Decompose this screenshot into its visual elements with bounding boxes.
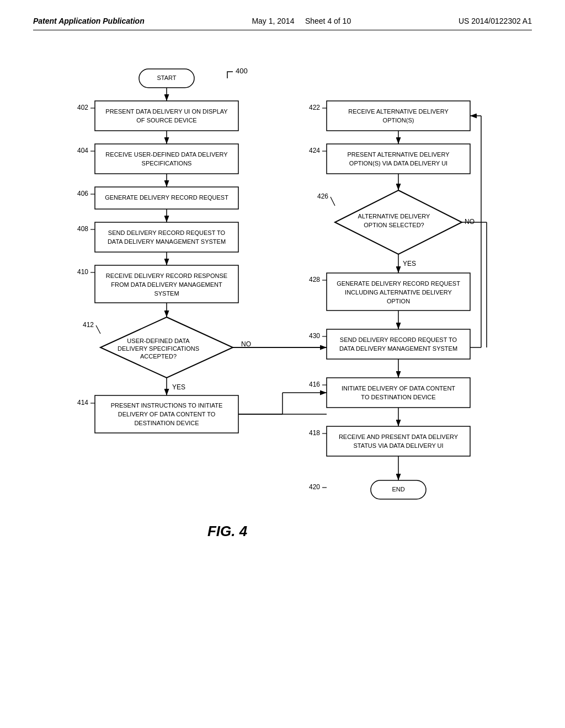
svg-text:SEND DELIVERY RECORD REQUEST T: SEND DELIVERY RECORD REQUEST TO: [108, 229, 226, 236]
svg-text:402: 402: [77, 104, 88, 111]
svg-text:OPTION SELECTED?: OPTION SELECTED?: [364, 222, 424, 228]
svg-rect-54: [327, 144, 470, 174]
date-sheet: May 1, 2014 Sheet 4 of 10: [252, 17, 351, 25]
svg-text:END: END: [392, 486, 404, 493]
publication-label: Patent Application Publication: [33, 17, 145, 25]
svg-text:ACCEPTED?: ACCEPTED?: [140, 353, 177, 360]
svg-text:430: 430: [309, 332, 320, 340]
svg-text:412: 412: [83, 321, 94, 329]
svg-text:424: 424: [309, 147, 320, 154]
svg-text:416: 416: [309, 381, 320, 388]
svg-text:YES: YES: [403, 260, 416, 267]
sheet: Sheet 4 of 10: [305, 17, 351, 25]
date: May 1, 2014: [252, 17, 294, 25]
svg-text:FROM DATA DELIVERY MANAGEMENT: FROM DATA DELIVERY MANAGEMENT: [111, 281, 222, 288]
svg-text:USER-DEFINED DATA: USER-DEFINED DATA: [127, 338, 190, 344]
svg-text:DELIVERY OF DATA CONTENT TO: DELIVERY OF DATA CONTENT TO: [118, 411, 216, 417]
svg-text:SEND DELIVERY RECORD REQUEST T: SEND DELIVERY RECORD REQUEST TO: [340, 336, 457, 343]
svg-text:SYSTEM: SYSTEM: [154, 290, 179, 297]
svg-text:406: 406: [77, 190, 88, 197]
svg-text:404: 404: [77, 147, 88, 154]
flowchart-svg: START 400 PRESENT DATA DELIVERY UI ON DI…: [45, 52, 520, 659]
svg-text:INITIATE DELIVERY OF DATA CONT: INITIATE DELIVERY OF DATA CONTENT: [342, 385, 455, 392]
svg-text:YES: YES: [172, 383, 185, 391]
diagram-area: START 400 PRESENT DATA DELIVERY UI ON DI…: [45, 52, 520, 661]
svg-text:418: 418: [309, 429, 320, 437]
svg-text:RECEIVE DELIVERY RECORD RESPON: RECEIVE DELIVERY RECORD RESPONSE: [106, 272, 227, 279]
svg-text:DATA DELIVERY MANAGEMENT SYSTE: DATA DELIVERY MANAGEMENT SYSTEM: [339, 345, 457, 352]
svg-text:START: START: [157, 74, 176, 81]
svg-text:GENERATE DELIVERY RECORD REQUE: GENERATE DELIVERY RECORD REQUEST: [337, 280, 460, 287]
svg-rect-10: [95, 144, 238, 174]
svg-text:414: 414: [77, 399, 88, 406]
svg-text:GENERATE DELIVERY RECORD REQUE: GENERATE DELIVERY RECORD REQUEST: [105, 194, 228, 201]
svg-text:410: 410: [77, 268, 88, 276]
svg-text:FIG. 4: FIG. 4: [207, 523, 248, 539]
svg-rect-5: [95, 101, 238, 131]
svg-text:RECEIVE AND PRESENT DATA DELIV: RECEIVE AND PRESENT DATA DELIVERY: [339, 433, 459, 440]
svg-text:428: 428: [309, 276, 320, 283]
svg-text:PRESENT INSTRUCTIONS TO INITIA: PRESENT INSTRUCTIONS TO INITIATE: [111, 402, 223, 409]
svg-text:STATUS VIA DATA DELIVERY UI: STATUS VIA DATA DELIVERY UI: [353, 442, 443, 449]
svg-text:OF SOURCE DEVICE: OF SOURCE DEVICE: [136, 117, 196, 124]
svg-text:OPTION(S): OPTION(S): [383, 117, 414, 124]
svg-text:TO DESTINATION DEVICE: TO DESTINATION DEVICE: [361, 394, 435, 400]
svg-text:422: 422: [309, 104, 320, 111]
svg-text:DESTINATION DEVICE: DESTINATION DEVICE: [134, 420, 199, 426]
svg-rect-46: [327, 101, 470, 131]
svg-text:INCLUDING ALTERNATIVE DELIVERY: INCLUDING ALTERNATIVE DELIVERY: [345, 289, 452, 296]
svg-text:PRESENT ALTERNATIVE DELIVERY: PRESENT ALTERNATIVE DELIVERY: [347, 151, 450, 158]
svg-text:PRESENT DATA DELIVERY UI ON DI: PRESENT DATA DELIVERY UI ON DISPLAY: [105, 108, 228, 115]
svg-text:SPECIFICATIONS: SPECIFICATIONS: [142, 160, 192, 167]
svg-text:400: 400: [236, 67, 248, 75]
svg-rect-87: [327, 426, 470, 456]
svg-text:RECEIVE ALTERNATIVE DELIVERY: RECEIVE ALTERNATIVE DELIVERY: [348, 108, 449, 115]
svg-text:NO: NO: [241, 340, 251, 348]
svg-text:ALTERNATIVE DELIVERY: ALTERNATIVE DELIVERY: [358, 213, 430, 220]
svg-text:OPTION(S) VIA DATA DELIVERY UI: OPTION(S) VIA DATA DELIVERY UI: [349, 160, 447, 167]
svg-text:DELIVERY SPECIFICATIONS: DELIVERY SPECIFICATIONS: [118, 345, 199, 352]
svg-text:OPTION: OPTION: [387, 298, 410, 304]
svg-text:NO: NO: [465, 218, 475, 226]
page: Patent Application Publication May 1, 20…: [0, 0, 565, 728]
svg-rect-74: [327, 329, 470, 359]
svg-text:408: 408: [77, 225, 88, 233]
svg-text:RECEIVE USER-DEFINED DATA DELI: RECEIVE USER-DEFINED DATA DELIVERY: [105, 151, 228, 158]
svg-rect-19: [95, 222, 238, 252]
patent-number: US 2014/0122302 A1: [459, 17, 532, 25]
svg-text:DATA DELIVERY MANAGEMENT SYSTE: DATA DELIVERY MANAGEMENT SYSTEM: [108, 238, 226, 245]
page-header: Patent Application Publication May 1, 20…: [33, 17, 532, 30]
svg-rect-79: [327, 378, 470, 408]
svg-text:420: 420: [309, 483, 320, 491]
svg-text:426: 426: [317, 192, 328, 200]
